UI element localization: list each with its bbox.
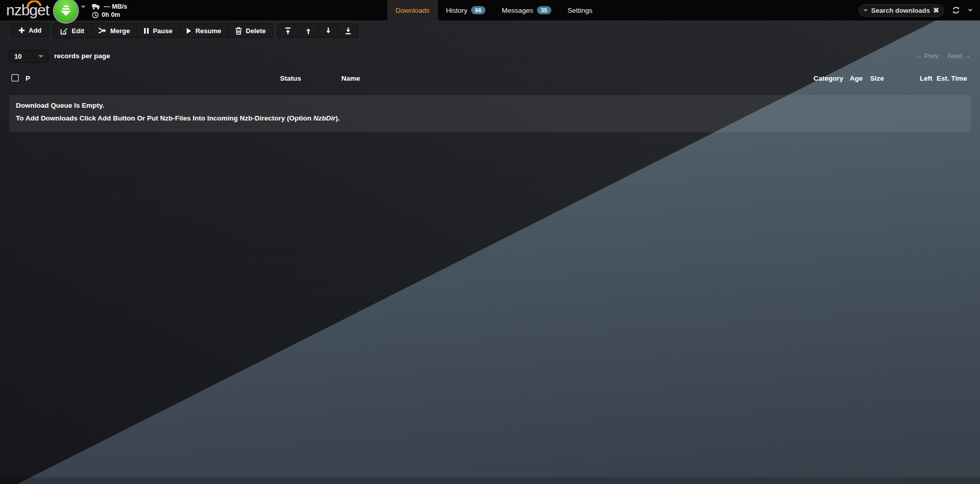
move-top-button[interactable] [278,24,298,37]
next-page-link[interactable]: Next → [948,52,971,60]
history-count-badge: 66 [471,6,485,14]
tab-messages[interactable]: Messages 35 [494,0,559,20]
refresh-menu-caret-icon[interactable] [968,9,973,12]
nzbget-logo: nzbget [6,0,49,20]
edit-button[interactable]: Edit [54,24,91,37]
speed-row: --- MB/s [92,3,127,10]
empty-queue-title: Download Queue Is Empty. [16,102,971,109]
search-input[interactable] [871,7,933,14]
move-down-button[interactable] [318,24,338,37]
records-per-page-label: records per page [54,52,110,60]
search-clear-icon[interactable]: ✖ [933,7,939,14]
select-caret-icon [38,55,43,58]
clock-icon [92,12,99,18]
move-bottom-icon [344,27,352,35]
merge-button[interactable]: Merge [91,24,136,37]
move-group [277,23,358,38]
column-header-size: Size [870,75,884,82]
delete-button[interactable]: Delete [228,24,272,37]
queue-table-header: P Status Name Category Age Size Left Est… [0,71,980,87]
empty-queue-message: Download Queue Is Empty. To Add Download… [9,95,971,132]
logo-menu-caret-icon[interactable] [81,6,86,8]
tab-settings[interactable]: Settings [559,0,601,20]
column-header-priority: P [26,75,30,82]
refresh-button[interactable] [951,6,961,15]
pause-button[interactable]: Pause [136,24,179,37]
plus-icon [18,27,25,34]
uptime-value: 0h 0m [102,11,120,18]
pause-icon [144,28,149,34]
logo-arc-icon [27,1,42,9]
uptime-row: 0h 0m [92,11,127,18]
move-up-button[interactable] [298,24,318,37]
records-per-page-select[interactable]: 10 [9,50,49,63]
trash-icon [235,27,242,35]
column-header-status: Status [280,75,301,82]
navbar-right-controls: ✖ [858,0,973,20]
nzbget-app: nzbget --- MB/ [0,0,980,484]
pagination-links: ← Prev Next → [916,52,971,60]
prev-page-link[interactable]: ← Prev [916,52,939,60]
queue-toolbar: Add Edit Merge [11,23,358,38]
nzbdir-option-name: NzbDir [313,114,336,122]
brand-area: nzbget --- MB/ [6,0,127,20]
add-button[interactable]: Add [11,23,49,37]
column-header-left: Left [920,75,932,82]
speed-truck-icon [92,4,101,10]
top-navbar: nzbget --- MB/ [0,0,980,20]
edit-icon [60,27,68,35]
refresh-icon [951,6,961,15]
resume-button[interactable]: Resume [179,24,228,37]
download-logo-button[interactable] [54,0,78,22]
search-options-caret-icon[interactable] [864,9,868,12]
main-tabs: Downloads History 66 Messages 35 Setting… [387,0,601,20]
search-box: ✖ [858,4,944,17]
column-header-name: Name [341,75,360,82]
move-down-icon [324,27,332,35]
merge-icon [98,27,107,34]
column-header-category: Category [813,75,844,82]
column-header-est-time: Est. Time [937,75,967,82]
select-all-checkbox[interactable] [11,74,19,82]
wallpaper-bottom-shade [0,477,980,484]
messages-count-badge: 35 [537,6,551,14]
move-bottom-button[interactable] [338,24,358,37]
empty-queue-hint: To Add Downloads Click Add Button Or Put… [16,114,971,122]
tab-downloads[interactable]: Downloads [387,0,438,20]
play-icon [186,28,192,34]
tab-history[interactable]: History 66 [438,0,494,20]
move-top-icon [284,27,292,35]
move-up-icon [305,27,312,35]
speed-value: --- MB/s [104,3,127,10]
column-header-age: Age [850,75,863,82]
status-indicators: --- MB/s 0h 0m [92,2,127,18]
logo-arrow-icon [64,6,68,7]
pager-row: 10 records per page ← Prev Next → [9,50,971,63]
queue-action-group: Edit Merge Pause Resume [53,23,273,38]
